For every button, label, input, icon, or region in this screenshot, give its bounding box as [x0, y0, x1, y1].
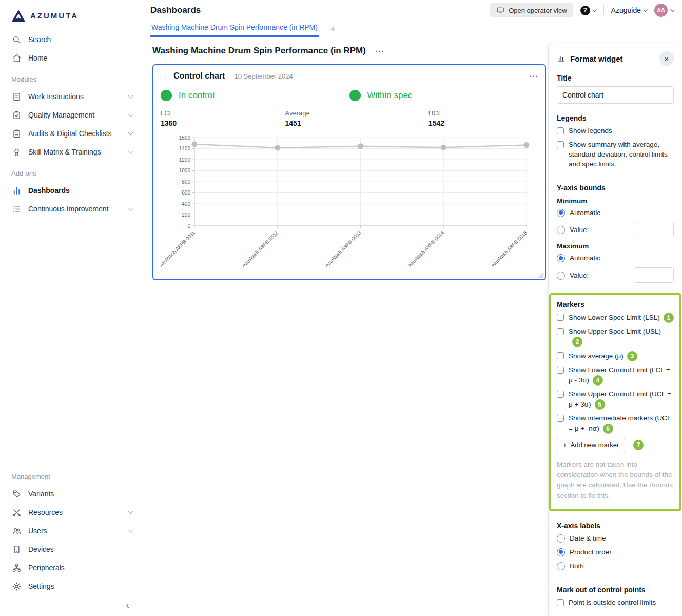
widget-title-input[interactable] [557, 86, 674, 104]
svg-text:200: 200 [182, 212, 190, 218]
sidebar-item-label: Home [28, 54, 47, 62]
maximum-value-input[interactable] [634, 267, 674, 283]
open-operator-view-button[interactable]: Open operator view [490, 3, 573, 17]
show-lsl-checkbox[interactable] [557, 314, 564, 321]
maximum-automatic-radio[interactable] [557, 254, 565, 262]
x-axis-both-radio[interactable] [557, 562, 565, 570]
stat-value: 1451 [285, 119, 428, 127]
minimum-value-input[interactable] [634, 222, 674, 237]
tab-washing-machine-dashboard[interactable]: Washing Machine Drum Spin Performance (i… [150, 23, 319, 37]
sidebar-item-label: Settings [28, 582, 54, 590]
account-menu[interactable]: AA [654, 4, 674, 17]
brand-logo[interactable]: AZUMUTA [0, 7, 144, 30]
svg-text:1000: 1000 [179, 168, 191, 174]
sidebar-item-devices[interactable]: Devices [6, 540, 138, 559]
search-icon [11, 34, 22, 45]
svg-text:400: 400 [182, 201, 190, 207]
y-bounds-heading: Y-axis bounds [557, 184, 674, 192]
chevron-down-icon [670, 7, 674, 11]
stat-label: LCL [161, 109, 285, 117]
dashboard-menu-button[interactable]: ⋯ [375, 47, 384, 55]
chevron-down-icon [128, 130, 133, 136]
stat-ucl: UCL 1542 [428, 109, 538, 127]
chevron-down-icon [128, 528, 133, 533]
radio-label: Product order [570, 548, 674, 557]
show-summary-checkbox[interactable] [557, 141, 564, 148]
show-legends-checkbox-row: Show legends [557, 126, 674, 136]
control-chart-widget[interactable]: ⋮⋮ Control chart 10 September 2024 ⋯ In … [152, 64, 546, 280]
resize-handle[interactable] [538, 273, 544, 278]
sidebar-item-users[interactable]: Users [6, 522, 138, 540]
sidebar-collapse-button[interactable]: ‹ [126, 600, 129, 610]
chevron-down-icon [592, 7, 596, 11]
widget-menu-button[interactable]: ⋯ [529, 72, 538, 81]
sidebar-item-label: Quality Management [28, 111, 94, 119]
show-usl-checkbox[interactable] [557, 328, 564, 335]
radio-label: Automatic [570, 254, 674, 263]
stat-lcl: LCL 1360 [161, 109, 285, 127]
checkbox-label: Show summary with average, standard devi… [569, 140, 674, 169]
sidebar-item-audits-digital-checklists[interactable]: Audits & Digital Checklists [6, 124, 138, 143]
checkbox-label: Show Upper Spec Limit (USL) [569, 328, 661, 335]
status-in-control: In control [161, 90, 349, 101]
x-axis-both-radio-row: Both [557, 562, 674, 571]
show-usl-checkbox-row: Show Upper Spec Limit (USL)2 [557, 327, 674, 347]
help-menu[interactable]: ? [580, 6, 596, 15]
drag-handle-icon[interactable]: ⋮⋮ [157, 72, 168, 80]
sidebar-item-skill-matrix-trainings[interactable]: Skill Matrix & Trainings [6, 143, 138, 161]
x-axis-product-order-radio[interactable] [557, 548, 565, 556]
show-lcl-checkbox[interactable] [557, 367, 564, 374]
stat-label: UCL [428, 109, 538, 117]
sidebar-item-settings[interactable]: Settings [6, 577, 138, 595]
app-root: AZUMUTA Search Home Modules Work Instruc… [0, 0, 682, 616]
sidebar-item-variants[interactable]: Variants [6, 485, 138, 503]
show-ucl-checkbox[interactable] [557, 391, 564, 398]
widget-header: ⋮⋮ Control chart 10 September 2024 ⋯ [161, 71, 538, 81]
add-tab-button[interactable]: + [328, 24, 338, 37]
azuguide-menu[interactable]: Azuguide [611, 6, 647, 14]
annotation-badge: 7 [633, 440, 644, 450]
show-legends-checkbox[interactable] [557, 127, 564, 134]
sidebar-item-peripherals[interactable]: Peripherals [6, 559, 138, 577]
show-intermediate-markers-checkbox[interactable] [557, 415, 564, 422]
radio-label: Value: [570, 226, 589, 234]
status-label: Within spec [367, 90, 413, 101]
show-summary-checkbox-row: Show summary with average, standard devi… [557, 140, 674, 169]
panel-header: Format widget × [557, 51, 674, 66]
status-within-spec: Within spec [349, 90, 538, 101]
control-chart: 02004006008001000120014001600AzuWash A8P… [161, 129, 538, 277]
sidebar-item-continuous-improvement[interactable]: Continuous Improvement [6, 200, 138, 218]
x-axis-heading: X-axis labels [557, 522, 674, 530]
minimum-value-radio[interactable] [557, 226, 565, 234]
svg-text:AzuWash A8PB 0011: AzuWash A8PB 0011 [161, 229, 197, 268]
sidebar-item-search[interactable]: Search [6, 30, 138, 49]
radio-label: Date & time [570, 534, 674, 544]
sidebar-item-work-instructions[interactable]: Work Instructions [6, 87, 138, 106]
azuguide-label: Azuguide [611, 6, 641, 14]
add-marker-row: + Add new marker 7 [557, 438, 674, 452]
sidebar-item-label: Audits & Digital Checklists [28, 129, 112, 138]
sidebar-item-dashboards[interactable]: Dashboards [6, 181, 138, 200]
svg-text:AzuWash A8PB 0014: AzuWash A8PB 0014 [407, 229, 445, 268]
show-average-checkbox-row: Show average (μ)3 [557, 351, 674, 361]
add-new-marker-button[interactable]: + Add new marker [557, 438, 625, 452]
clipboard-list-icon [11, 128, 22, 139]
minimum-automatic-radio[interactable] [557, 209, 565, 217]
sidebar-item-label: Work Instructions [28, 92, 84, 101]
show-average-checkbox[interactable] [557, 352, 564, 359]
sidebar-item-home[interactable]: Home [6, 49, 138, 67]
x-axis-date-time-radio-row: Date & time [557, 534, 674, 544]
sidebar-item-label: Dashboards [28, 186, 70, 195]
svg-text:1400: 1400 [179, 146, 191, 151]
panel-title: Format widget [570, 54, 623, 63]
topbar-actions: Open operator view ? Azuguide AA [490, 3, 674, 17]
sidebar-item-label: Users [28, 527, 47, 535]
checkbox-label: Show intermediate markers (UCL = μ +- nσ… [569, 414, 671, 432]
x-axis-date-time-radio[interactable] [557, 534, 565, 543]
outside-control-limits-checkbox[interactable] [557, 599, 564, 606]
sidebar-section-modules: Modules [6, 67, 138, 87]
sidebar-item-resources[interactable]: Resources [6, 503, 138, 522]
sidebar-item-quality-management[interactable]: Quality Management [6, 106, 138, 124]
close-icon[interactable]: × [659, 51, 674, 66]
maximum-value-radio[interactable] [557, 272, 565, 280]
